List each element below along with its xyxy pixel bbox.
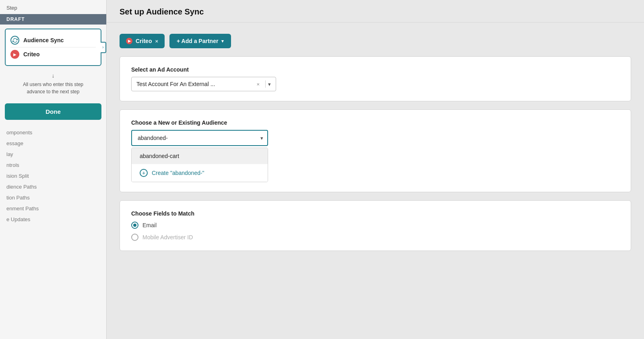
criteo-partner-button[interactable]: ▶ Criteo × [120,34,165,48]
main-content: Set up Audience Sync ▶ Criteo × + Add a … [107,0,644,339]
main-header: Set up Audience Sync [107,0,644,23]
done-button[interactable]: Done [5,103,101,120]
ad-account-select[interactable]: Test Account For An External ... × ▾ [131,77,276,91]
sidebar-draft-bar: DRAFT [0,14,106,25]
ad-account-chevron-icon[interactable]: ▾ [268,81,271,87]
ad-account-divider [265,80,266,88]
page-title: Set up Audience Sync [120,7,631,16]
criteo-icon-sidebar: ▶ [10,50,19,59]
nav-item-action-paths[interactable]: tion Paths [6,192,100,203]
nav-item-audience-paths[interactable]: dience Paths [6,181,100,192]
ad-account-panel: Select an Ad Account Test Account For An… [120,56,631,101]
sidebar-card-chevron: › [101,42,106,53]
mobile-advertiser-radio[interactable] [131,234,138,241]
sidebar-step-card: Audience Sync ▶ Criteo › [5,29,101,66]
sidebar-item-audience-sync[interactable]: Audience Sync [10,33,96,47]
mobile-advertiser-label: Mobile Advertiser ID [142,234,193,240]
fields-panel: Choose Fields to Match Email Mobile Adve… [120,200,631,251]
sidebar: Step DRAFT Audience Sync ▶ Criteo › ↓ Al… [0,0,107,339]
create-label: Create "abandoned-" [152,170,204,176]
nav-item-message[interactable]: essage [6,138,100,149]
main-body: ▶ Criteo × + Add a Partner ▾ Select an A… [107,23,644,262]
criteo-partner-clear[interactable]: × [155,38,158,44]
audience-panel: Choose a New or Existing Audience ▾ aban… [120,109,631,192]
email-radio-option[interactable]: Email [131,222,619,229]
sidebar-nav: omponents essage lay ntrols ision Split … [0,123,106,226]
ad-account-label: Select an Ad Account [131,66,619,73]
ad-account-clear-icon[interactable]: × [253,81,263,87]
add-partner-chevron: ▾ [221,39,224,44]
advance-arrow: ↓ [6,72,100,80]
sidebar-step-label: Step [0,0,106,14]
add-partner-button[interactable]: + Add a Partner ▾ [169,34,231,48]
audience-input-wrapper: ▾ [131,130,268,146]
criteo-partner-icon: ▶ [126,38,132,44]
add-partner-label: + Add a Partner [177,38,218,44]
nav-item-decision-split[interactable]: ision Split [6,171,100,181]
create-plus-icon: + [140,169,148,177]
audience-sync-label: Audience Sync [23,37,64,43]
audience-inner: Choose a New or Existing Audience ▾ aban… [120,110,631,192]
audience-label: Choose a New or Existing Audience [131,119,619,126]
advance-text: ↓ All users who enter this stepadvance t… [0,70,106,100]
sidebar-item-criteo[interactable]: ▶ Criteo [10,47,96,61]
ad-account-value: Test Account For An External ... [136,81,253,87]
nav-item-assignment-paths[interactable]: enment Paths [6,203,100,214]
nav-item-updates[interactable]: e Updates [6,214,100,225]
dropdown-item-label: abandoned-cart [140,153,179,159]
nav-item-components[interactable]: omponents [6,127,100,138]
criteo-label: Criteo [23,51,39,58]
audience-search-input[interactable] [131,130,268,146]
sync-icon [10,36,19,45]
fields-label: Choose Fields to Match [131,210,619,217]
criteo-partner-label: Criteo [136,38,152,44]
dropdown-item-create[interactable]: + Create "abandoned-" [132,164,268,182]
email-radio-label: Email [142,222,157,228]
dropdown-item-abandoned-cart[interactable]: abandoned-cart [132,148,268,164]
partner-row: ▶ Criteo × + Add a Partner ▾ [120,34,631,48]
nav-item-controls[interactable]: ntrols [6,160,100,171]
mobile-advertiser-radio-option[interactable]: Mobile Advertiser ID [131,234,619,241]
audience-dropdown: abandoned-cart + Create "abandoned-" [131,148,268,182]
nav-item-delay[interactable]: lay [6,149,100,160]
email-radio[interactable] [131,222,138,229]
